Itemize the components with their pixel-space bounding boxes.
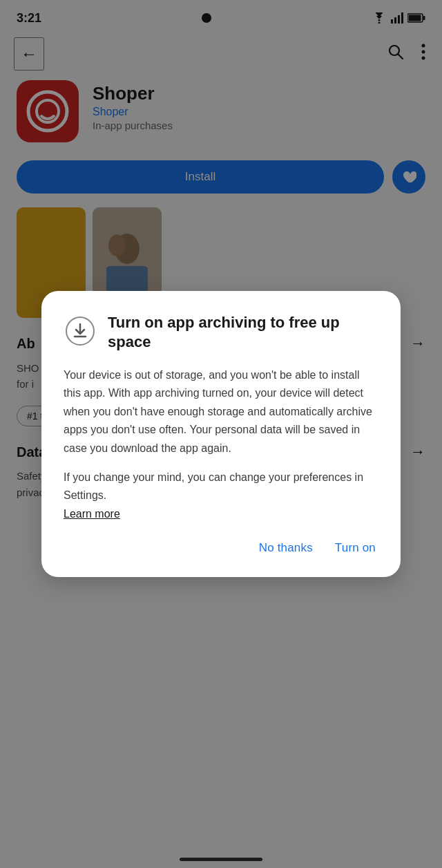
learn-more-link[interactable]: Learn more (64, 508, 120, 520)
modal-overlay: Turn on app archiving to free up space Y… (0, 0, 442, 868)
modal-actions: No thanks Turn on (64, 536, 378, 560)
modal-paragraph-2: If you change your mind, you can change … (64, 469, 378, 523)
modal-card: Turn on app archiving to free up space Y… (41, 291, 401, 577)
turn-on-button[interactable]: Turn on (332, 536, 378, 560)
no-thanks-button[interactable]: No thanks (256, 536, 316, 560)
modal-body: Your device is out of storage, and you w… (64, 366, 378, 523)
modal-title: Turn on app archiving to free up space (108, 313, 378, 352)
modal-paragraph-1: Your device is out of storage, and you w… (64, 366, 378, 457)
modal-header: Turn on app archiving to free up space (64, 313, 378, 352)
archive-icon (64, 314, 97, 348)
